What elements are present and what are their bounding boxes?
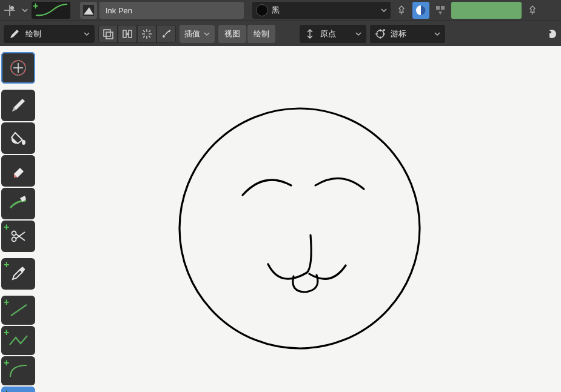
stroke-placement-dropdown[interactable] xyxy=(21,2,29,19)
gizmo-icon xyxy=(549,25,560,43)
orientation-label: 游标 xyxy=(391,28,406,39)
brush-thumbnail[interactable] xyxy=(80,2,97,19)
color-mode-vertex-button[interactable] xyxy=(432,2,449,19)
chevron-down-icon xyxy=(84,31,90,37)
svg-line-18 xyxy=(149,30,150,32)
tool-sidebar: + + + + + + xyxy=(1,52,35,392)
stroke-direction-button[interactable] xyxy=(137,25,156,43)
menu-draw-button[interactable]: 绘制 xyxy=(247,25,275,43)
layers-icon xyxy=(102,28,114,40)
scissors-icon xyxy=(9,227,27,245)
arc-icon xyxy=(7,362,29,380)
svg-point-37 xyxy=(180,108,420,348)
pin-icon xyxy=(396,5,407,16)
svg-rect-8 xyxy=(106,32,113,39)
tool-eyedropper[interactable]: + xyxy=(1,258,35,290)
fill-bucket-icon xyxy=(9,129,27,147)
color-mode-material-button[interactable] xyxy=(412,2,429,19)
menu-view-button[interactable]: 视图 xyxy=(218,25,246,43)
stroke-placement-button[interactable] xyxy=(1,2,18,19)
plus-icon: + xyxy=(4,357,9,368)
material-swatch-icon xyxy=(256,4,268,16)
plus-icon: + xyxy=(4,222,9,233)
eyedropper-icon xyxy=(9,265,27,283)
svg-line-17 xyxy=(143,36,145,38)
vertex-color-icon xyxy=(434,4,446,16)
svg-line-16 xyxy=(149,36,150,38)
guides-icon xyxy=(160,28,172,40)
svg-line-36 xyxy=(11,305,27,316)
brush-curve-icon xyxy=(33,3,69,18)
interaction-mode-selector[interactable]: 绘制 xyxy=(4,25,95,43)
pin-material-button[interactable] xyxy=(393,2,410,19)
canvas-option-buttons xyxy=(98,25,176,43)
tool-cursor[interactable] xyxy=(1,52,35,84)
svg-rect-7 xyxy=(104,30,110,36)
tool-tint[interactable] xyxy=(1,188,35,219)
plus-icon: + xyxy=(33,1,38,12)
svg-rect-9 xyxy=(123,30,126,38)
eraser-icon xyxy=(9,162,27,180)
tint-brush-icon xyxy=(8,194,29,213)
brush-thumb-icon xyxy=(82,4,95,17)
layers-button[interactable] xyxy=(98,25,118,43)
svg-point-33 xyxy=(12,231,16,236)
svg-rect-35 xyxy=(19,267,25,273)
svg-line-15 xyxy=(143,30,145,32)
chevron-down-icon xyxy=(22,7,28,13)
pivot-label: 原点 xyxy=(320,28,336,39)
polyline-icon xyxy=(7,331,29,350)
svg-point-2 xyxy=(10,6,14,10)
line-icon xyxy=(7,301,29,319)
tool-arc[interactable]: + xyxy=(1,356,35,385)
svg-point-34 xyxy=(12,238,16,242)
svg-point-26 xyxy=(549,30,556,38)
chevron-down-icon xyxy=(204,31,210,37)
cursor-3d-icon xyxy=(8,58,29,78)
tool-cutter[interactable]: + xyxy=(1,221,35,252)
header-bar-2: 绘制 xyxy=(0,21,561,46)
interpolate-dropdown[interactable]: 插值 xyxy=(180,25,215,43)
svg-point-32 xyxy=(22,140,25,145)
brush-name-field[interactable]: Ink Pen xyxy=(99,2,244,19)
tool-draw[interactable] xyxy=(1,90,35,121)
tool-erase[interactable] xyxy=(1,155,35,187)
plus-icon: + xyxy=(4,327,9,338)
material-selector[interactable]: 黑 xyxy=(252,2,391,19)
stroke-placement-icon xyxy=(3,4,16,17)
tool-curve[interactable]: + xyxy=(1,387,35,392)
menu-view-label: 视图 xyxy=(224,28,240,39)
plus-icon: + xyxy=(4,259,9,270)
burst-icon xyxy=(141,28,153,40)
orientation-selector[interactable]: 游标 xyxy=(370,25,445,43)
svg-point-19 xyxy=(163,35,165,38)
tool-fill[interactable] xyxy=(1,122,35,154)
gizmo-button-partial[interactable] xyxy=(549,23,561,45)
plus-icon: + xyxy=(4,388,9,392)
brush-stroke-preview[interactable]: + xyxy=(32,2,70,19)
pivot-selector[interactable]: 原点 xyxy=(300,25,366,43)
canvas-viewport[interactable] xyxy=(0,46,561,392)
pin-color-button[interactable] xyxy=(524,2,541,19)
tool-polyline[interactable]: + xyxy=(1,326,35,355)
pencil-icon xyxy=(8,28,21,40)
chevron-down-icon xyxy=(381,7,387,13)
header-trailing xyxy=(545,2,556,19)
menu-draw-label: 绘制 xyxy=(254,28,269,39)
chevron-down-icon xyxy=(434,31,440,37)
brush-name-text: Ink Pen xyxy=(106,6,132,15)
circle-half-icon xyxy=(415,4,427,16)
svg-rect-5 xyxy=(436,6,440,10)
drawing-face xyxy=(180,108,420,348)
multiframe-button[interactable] xyxy=(118,25,137,43)
tool-line[interactable]: + xyxy=(1,296,35,325)
cursor-target-icon xyxy=(375,28,386,39)
vertex-color-swatch[interactable] xyxy=(451,2,522,19)
interpolate-label: 插值 xyxy=(184,28,200,39)
guides-button[interactable] xyxy=(156,25,176,43)
pin-icon xyxy=(527,5,538,16)
svg-rect-6 xyxy=(441,6,445,10)
chevron-down-icon xyxy=(355,31,361,37)
svg-point-20 xyxy=(169,30,170,32)
multiframe-icon xyxy=(121,28,133,40)
